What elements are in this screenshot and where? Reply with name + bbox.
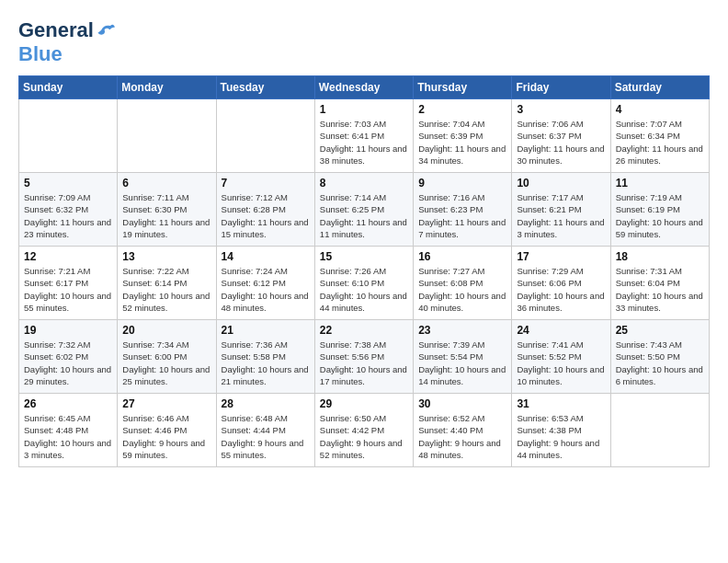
day-number: 24 — [517, 324, 605, 337]
header: General Blue — [18, 18, 710, 66]
day-number: 26 — [24, 397, 112, 410]
day-number: 2 — [418, 103, 506, 116]
day-number: 31 — [517, 397, 605, 410]
calendar-cell: 18Sunrise: 7:31 AM Sunset: 6:04 PM Dayli… — [610, 247, 709, 320]
logo-bird-icon — [96, 21, 116, 40]
day-number: 19 — [24, 324, 112, 337]
day-number: 23 — [418, 324, 506, 337]
day-info: Sunrise: 7:11 AM Sunset: 6:30 PM Dayligh… — [122, 191, 210, 240]
calendar-cell: 22Sunrise: 7:38 AM Sunset: 5:56 PM Dayli… — [314, 320, 413, 394]
calendar-cell: 8Sunrise: 7:14 AM Sunset: 6:25 PM Daylig… — [314, 173, 413, 247]
day-info: Sunrise: 7:27 AM Sunset: 6:08 PM Dayligh… — [418, 265, 506, 314]
calendar-row: 19Sunrise: 7:32 AM Sunset: 6:02 PM Dayli… — [19, 320, 710, 394]
day-info: Sunrise: 7:14 AM Sunset: 6:25 PM Dayligh… — [320, 191, 408, 240]
weekday-header: Monday — [118, 76, 216, 99]
calendar-cell: 4Sunrise: 7:07 AM Sunset: 6:34 PM Daylig… — [610, 99, 709, 173]
calendar-cell — [19, 99, 118, 173]
day-info: Sunrise: 7:26 AM Sunset: 6:10 PM Dayligh… — [320, 265, 408, 314]
day-number: 12 — [24, 250, 112, 263]
calendar-cell: 16Sunrise: 7:27 AM Sunset: 6:08 PM Dayli… — [414, 247, 512, 320]
calendar-row: 12Sunrise: 7:21 AM Sunset: 6:17 PM Dayli… — [19, 247, 710, 320]
weekday-header: Sunday — [19, 76, 118, 99]
calendar-row: 1Sunrise: 7:03 AM Sunset: 6:41 PM Daylig… — [19, 99, 710, 173]
calendar-cell: 9Sunrise: 7:16 AM Sunset: 6:23 PM Daylig… — [414, 173, 512, 247]
day-info: Sunrise: 7:41 AM Sunset: 5:52 PM Dayligh… — [517, 339, 605, 387]
day-number: 22 — [320, 324, 408, 337]
day-info: Sunrise: 7:24 AM Sunset: 6:12 PM Dayligh… — [222, 265, 310, 314]
weekday-header: Saturday — [610, 76, 709, 99]
day-number: 8 — [320, 177, 408, 190]
day-info: Sunrise: 7:07 AM Sunset: 6:34 PM Dayligh… — [616, 118, 704, 167]
calendar-cell: 17Sunrise: 7:29 AM Sunset: 6:06 PM Dayli… — [512, 247, 610, 320]
calendar-cell: 12Sunrise: 7:21 AM Sunset: 6:17 PM Dayli… — [19, 247, 118, 320]
calendar-cell: 10Sunrise: 7:17 AM Sunset: 6:21 PM Dayli… — [512, 173, 610, 247]
day-number: 16 — [418, 250, 506, 263]
day-number: 29 — [320, 397, 408, 410]
weekday-header: Wednesday — [314, 76, 413, 99]
calendar-cell — [216, 99, 314, 173]
day-info: Sunrise: 6:52 AM Sunset: 4:40 PM Dayligh… — [418, 412, 506, 461]
day-number: 9 — [418, 177, 506, 190]
day-info: Sunrise: 6:48 AM Sunset: 4:44 PM Dayligh… — [222, 412, 310, 461]
weekday-header: Friday — [512, 76, 610, 99]
day-number: 25 — [616, 324, 704, 337]
day-info: Sunrise: 7:39 AM Sunset: 5:54 PM Dayligh… — [418, 339, 506, 387]
day-info: Sunrise: 7:31 AM Sunset: 6:04 PM Dayligh… — [616, 265, 704, 314]
logo: General Blue — [18, 18, 116, 66]
calendar-cell: 11Sunrise: 7:19 AM Sunset: 6:19 PM Dayli… — [610, 173, 709, 247]
day-number: 7 — [222, 177, 310, 190]
day-info: Sunrise: 7:16 AM Sunset: 6:23 PM Dayligh… — [418, 191, 506, 240]
day-number: 17 — [517, 250, 605, 263]
calendar-cell: 6Sunrise: 7:11 AM Sunset: 6:30 PM Daylig… — [118, 173, 216, 247]
day-number: 11 — [616, 177, 704, 190]
day-number: 6 — [122, 177, 210, 190]
calendar-table: SundayMondayTuesdayWednesdayThursdayFrid… — [18, 75, 710, 467]
day-info: Sunrise: 7:29 AM Sunset: 6:06 PM Dayligh… — [517, 265, 605, 314]
calendar-cell: 15Sunrise: 7:26 AM Sunset: 6:10 PM Dayli… — [314, 247, 413, 320]
day-info: Sunrise: 6:45 AM Sunset: 4:48 PM Dayligh… — [24, 412, 112, 461]
day-info: Sunrise: 7:43 AM Sunset: 5:50 PM Dayligh… — [616, 339, 704, 387]
day-number: 20 — [122, 324, 210, 337]
day-number: 4 — [616, 103, 704, 116]
calendar-cell: 25Sunrise: 7:43 AM Sunset: 5:50 PM Dayli… — [610, 320, 709, 394]
day-info: Sunrise: 7:04 AM Sunset: 6:39 PM Dayligh… — [418, 118, 506, 167]
calendar-cell: 5Sunrise: 7:09 AM Sunset: 6:32 PM Daylig… — [19, 173, 118, 247]
calendar-cell: 14Sunrise: 7:24 AM Sunset: 6:12 PM Dayli… — [216, 247, 314, 320]
weekday-header: Tuesday — [216, 76, 314, 99]
calendar-cell: 27Sunrise: 6:46 AM Sunset: 4:46 PM Dayli… — [118, 394, 216, 467]
logo-blue: Blue — [18, 42, 116, 66]
calendar-cell: 19Sunrise: 7:32 AM Sunset: 6:02 PM Dayli… — [19, 320, 118, 394]
day-info: Sunrise: 6:50 AM Sunset: 4:42 PM Dayligh… — [320, 412, 408, 461]
day-number: 27 — [122, 397, 210, 410]
calendar-cell — [610, 394, 709, 467]
calendar-cell: 23Sunrise: 7:39 AM Sunset: 5:54 PM Dayli… — [414, 320, 512, 394]
logo-general: General — [18, 18, 94, 42]
calendar-cell: 1Sunrise: 7:03 AM Sunset: 6:41 PM Daylig… — [314, 99, 413, 173]
day-info: Sunrise: 7:22 AM Sunset: 6:14 PM Dayligh… — [122, 265, 210, 314]
calendar-cell: 7Sunrise: 7:12 AM Sunset: 6:28 PM Daylig… — [216, 173, 314, 247]
calendar-cell: 2Sunrise: 7:04 AM Sunset: 6:39 PM Daylig… — [414, 99, 512, 173]
calendar-cell: 13Sunrise: 7:22 AM Sunset: 6:14 PM Dayli… — [118, 247, 216, 320]
day-number: 13 — [122, 250, 210, 263]
day-info: Sunrise: 7:17 AM Sunset: 6:21 PM Dayligh… — [517, 191, 605, 240]
day-number: 28 — [222, 397, 310, 410]
calendar-cell: 3Sunrise: 7:06 AM Sunset: 6:37 PM Daylig… — [512, 99, 610, 173]
day-info: Sunrise: 7:19 AM Sunset: 6:19 PM Dayligh… — [616, 191, 704, 240]
calendar-header-row: SundayMondayTuesdayWednesdayThursdayFrid… — [19, 76, 710, 99]
calendar-row: 26Sunrise: 6:45 AM Sunset: 4:48 PM Dayli… — [19, 394, 710, 467]
day-info: Sunrise: 6:53 AM Sunset: 4:38 PM Dayligh… — [517, 412, 605, 461]
day-info: Sunrise: 7:32 AM Sunset: 6:02 PM Dayligh… — [24, 339, 112, 387]
day-info: Sunrise: 7:21 AM Sunset: 6:17 PM Dayligh… — [24, 265, 112, 314]
day-info: Sunrise: 7:06 AM Sunset: 6:37 PM Dayligh… — [517, 118, 605, 167]
day-info: Sunrise: 7:09 AM Sunset: 6:32 PM Dayligh… — [24, 191, 112, 240]
day-info: Sunrise: 7:38 AM Sunset: 5:56 PM Dayligh… — [320, 339, 408, 387]
calendar-row: 5Sunrise: 7:09 AM Sunset: 6:32 PM Daylig… — [19, 173, 710, 247]
day-info: Sunrise: 7:36 AM Sunset: 5:58 PM Dayligh… — [222, 339, 310, 387]
day-number: 1 — [320, 103, 408, 116]
day-number: 10 — [517, 177, 605, 190]
calendar-cell: 24Sunrise: 7:41 AM Sunset: 5:52 PM Dayli… — [512, 320, 610, 394]
calendar-cell — [118, 99, 216, 173]
day-number: 14 — [222, 250, 310, 263]
calendar-cell: 26Sunrise: 6:45 AM Sunset: 4:48 PM Dayli… — [19, 394, 118, 467]
day-number: 30 — [418, 397, 506, 410]
